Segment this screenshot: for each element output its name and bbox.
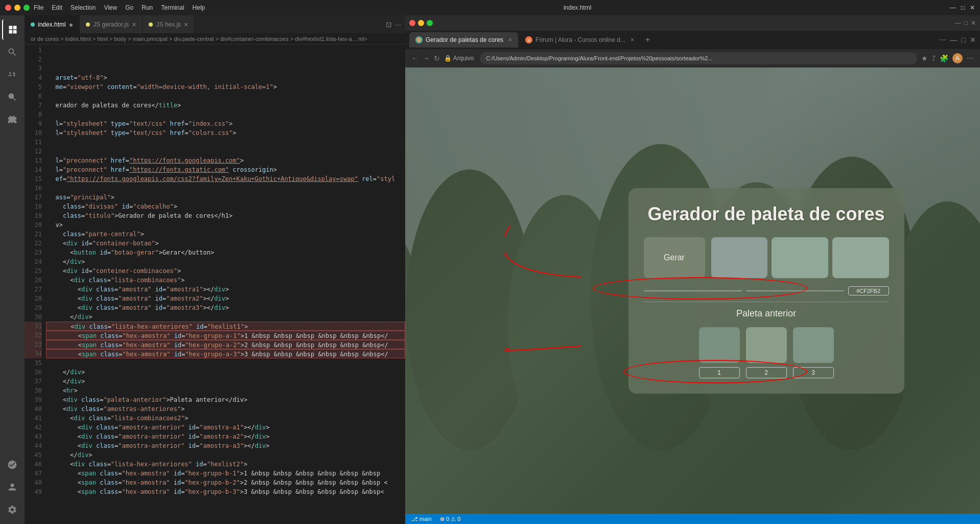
split-editor-icon[interactable]: ⊡ xyxy=(386,20,392,29)
hex-input-2[interactable] xyxy=(746,367,787,378)
tab-gerador-js[interactable]: JS gerador.js × xyxy=(80,15,143,33)
browser-minimize-icon[interactable]: — xyxy=(950,36,958,44)
code-line-44: <div class="amostra-anterior" id="amostr… xyxy=(46,441,405,450)
app-body: index.html ● JS gerador.js × JS hex.js ×… xyxy=(0,15,980,524)
activity-remote[interactable] xyxy=(2,454,22,475)
close-button[interactable]: ✕ xyxy=(970,4,975,11)
activity-extensions[interactable] xyxy=(2,109,22,130)
tab-close-index[interactable]: ● xyxy=(69,20,73,29)
browser-close-icon[interactable]: ✕ xyxy=(970,36,976,44)
settings-icon[interactable]: ⋯ xyxy=(967,54,974,62)
browser-tab-icon-gerador: 🎨 xyxy=(415,36,423,43)
color-section: Gerar xyxy=(644,237,889,278)
menu-go[interactable]: Go xyxy=(125,4,133,11)
browser-tab-close-gerador[interactable]: × xyxy=(508,36,512,43)
line-numbers: 12345 678910 1112131415 1617181920 21222… xyxy=(25,44,46,524)
minimize-button[interactable]: — xyxy=(950,4,956,11)
menu-selection[interactable]: Selection xyxy=(71,4,96,11)
activity-profile[interactable] xyxy=(2,477,22,497)
hex-value-input[interactable] xyxy=(848,286,889,295)
code-line-13: l="preconnect" href="https://fonts.googl… xyxy=(46,156,405,165)
tab-icon-gerador xyxy=(86,22,90,27)
prev-swatch-3 xyxy=(793,327,834,363)
title-bar: File Edit Selection View Go Run Terminal… xyxy=(0,0,980,15)
share-icon[interactable]: ⤴ xyxy=(932,54,936,62)
activity-explorer[interactable] xyxy=(2,19,22,40)
code-line-3 xyxy=(46,64,405,73)
reload-button[interactable]: ↻ xyxy=(434,54,440,62)
browser-close-dot[interactable] xyxy=(409,20,415,26)
browser-tab-bar: 🎨 Gerador de paletas de cores × a Fórum … xyxy=(405,31,980,49)
hex-input-3[interactable] xyxy=(793,367,834,378)
browser-window-dots xyxy=(409,20,433,26)
code-line-45: </div> xyxy=(46,450,405,460)
window-controls: — □ ✕ xyxy=(950,4,975,11)
browser-tab-close-alura[interactable]: × xyxy=(631,36,634,43)
browser-tab-alura[interactable]: a Fórum | Alura - Cursos online d... × xyxy=(519,32,640,48)
menu-help[interactable]: Help xyxy=(193,4,205,11)
color-swatch-3 xyxy=(832,237,889,278)
menu-run[interactable]: Run xyxy=(142,4,153,11)
tab-close-gerador[interactable]: × xyxy=(132,20,136,29)
browser-address-bar: ← → ↻ 🔒 Arquivo ★ ⤴ 🧩 A ⋯ xyxy=(405,49,980,67)
profile-icon[interactable]: A xyxy=(952,53,963,63)
code-content[interactable]: arset="utf-8"> me="viewport" content="wi… xyxy=(46,44,405,524)
code-line-5: me="viewport" content="width=device-widt… xyxy=(46,82,405,92)
browser-minimize-dot[interactable] xyxy=(418,20,424,26)
code-line-48: <span class="hex-amostra" id="hex-grupo-… xyxy=(46,478,405,487)
activity-search[interactable] xyxy=(2,42,22,62)
tab-hex-js[interactable]: JS hex.js × xyxy=(143,15,195,33)
code-line-38: <hr> xyxy=(46,386,405,395)
menu-view[interactable]: View xyxy=(104,4,117,11)
maximize-dot[interactable] xyxy=(24,5,30,11)
code-line-4: arset="utf-8"> xyxy=(46,73,405,82)
tab-index-html[interactable]: index.html ● xyxy=(25,15,80,33)
window-title: index.html xyxy=(209,4,945,11)
code-line-37: </div> xyxy=(46,377,405,386)
browser-restore-icon[interactable]: □ xyxy=(962,36,966,44)
address-bar-input[interactable] xyxy=(480,52,917,64)
browser-toolbar: ★ ⤴ 🧩 A ⋯ xyxy=(921,53,974,63)
code-line-8 xyxy=(46,110,405,119)
browser-maximize-dot[interactable] xyxy=(427,20,433,26)
paleta-anterior-label: Paleta anterior xyxy=(644,308,889,319)
browser-win-close[interactable]: ✕ xyxy=(971,19,976,27)
menu-file[interactable]: File xyxy=(34,4,43,11)
menu-terminal[interactable]: Terminal xyxy=(161,4,184,11)
hex-input-1[interactable] xyxy=(699,367,740,378)
browser-tab-gerador[interactable]: 🎨 Gerador de paletas de cores × xyxy=(409,32,518,48)
browser-panel: — □ ✕ 🎨 Gerador de paletas de cores × a … xyxy=(405,15,980,524)
gerar-button[interactable]: Gerar xyxy=(644,237,705,278)
browser-win-minimize[interactable]: — xyxy=(955,19,961,27)
code-line-35 xyxy=(46,358,405,368)
code-line-12 xyxy=(46,147,405,156)
menu-edit[interactable]: Edit xyxy=(52,4,62,11)
code-line-7: erador de paletas de cores</title> xyxy=(46,101,405,110)
code-line-39: <div class="paleta-anterior">Paleta ante… xyxy=(46,395,405,404)
browser-nav: ← → ↻ xyxy=(411,54,440,62)
prev-swatch-1 xyxy=(699,327,740,363)
activity-debug[interactable] xyxy=(2,87,22,107)
code-line-29: <div class="amostra" id="amostra3"></div… xyxy=(46,303,405,312)
code-line-14: l="preconnect" href="https://fonts.gstat… xyxy=(46,165,405,174)
tab-label-gerador: JS gerador.js xyxy=(93,21,129,28)
back-button[interactable]: ← xyxy=(411,54,418,62)
restore-button[interactable]: □ xyxy=(961,4,965,11)
minimize-dot[interactable] xyxy=(14,5,20,11)
tab-close-hex[interactable]: × xyxy=(184,20,188,29)
forward-button[interactable]: → xyxy=(423,54,430,62)
activity-settings[interactable] xyxy=(2,499,22,520)
close-dot[interactable] xyxy=(5,5,11,11)
browser-win-restore[interactable]: □ xyxy=(964,19,968,27)
activity-source-control[interactable] xyxy=(2,64,22,85)
code-line-41: <div class="lista-combinacoes2"> xyxy=(46,414,405,423)
bookmark-icon[interactable]: ★ xyxy=(921,54,928,62)
browser-new-tab-button[interactable]: + xyxy=(641,35,654,44)
code-area[interactable]: 12345 678910 1112131415 1617181920 21222… xyxy=(25,44,405,524)
more-actions-icon[interactable]: ··· xyxy=(395,20,401,29)
hex-inputs-row xyxy=(644,367,889,378)
browser-tab-more[interactable]: ⋯ xyxy=(939,36,946,44)
prev-swatch-2 xyxy=(746,327,787,363)
extensions-icon[interactable]: 🧩 xyxy=(940,54,948,62)
status-branch[interactable]: ⎇ main xyxy=(411,516,432,522)
